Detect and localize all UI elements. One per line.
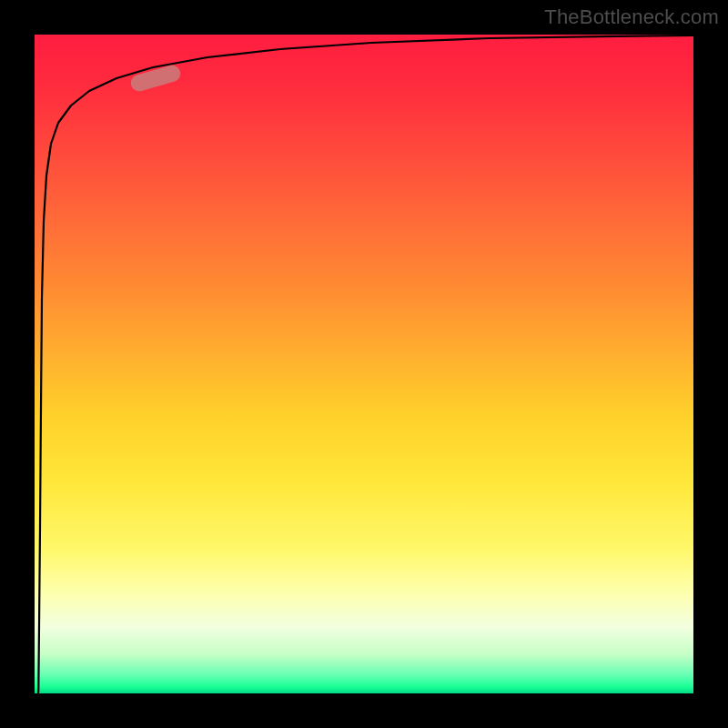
curve-path bbox=[38, 35, 693, 693]
chart-frame: TheBottleneck.com bbox=[0, 0, 728, 728]
plot-area bbox=[35, 35, 693, 693]
curve-layer bbox=[35, 35, 693, 693]
attribution-label: TheBottleneck.com bbox=[544, 5, 719, 29]
